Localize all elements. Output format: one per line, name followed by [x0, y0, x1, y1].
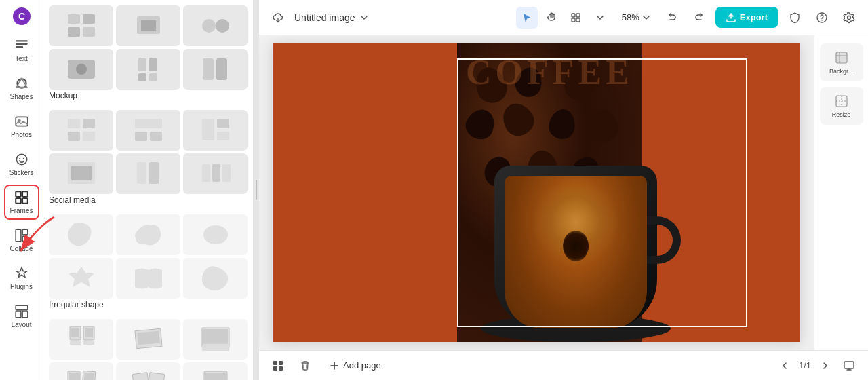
sidebar-item-text[interactable]: Text — [4, 33, 39, 68]
settings-button[interactable] — [838, 7, 860, 28]
delete-page-button[interactable] — [294, 355, 316, 377]
present-button[interactable] — [838, 355, 860, 377]
add-page-button[interactable]: Add page — [321, 356, 389, 375]
panel-scroll[interactable]: Mockup — [43, 0, 253, 380]
resize-panel-button[interactable]: Resize — [820, 87, 863, 125]
frame-item[interactable] — [49, 362, 113, 380]
undo-button[interactable] — [661, 7, 683, 28]
frame-item[interactable] — [116, 362, 180, 380]
frame-item[interactable] — [116, 258, 180, 299]
svg-rect-52 — [202, 164, 210, 182]
prev-page-button[interactable] — [777, 358, 793, 374]
frame-item[interactable] — [116, 153, 180, 194]
page-navigation: 1/1 — [777, 358, 833, 374]
frame-item[interactable] — [183, 362, 248, 380]
svg-rect-38 — [68, 119, 80, 128]
section-title-mockup: Mockup — [49, 90, 248, 102]
sidebar-item-shapes[interactable]: Shapes — [4, 71, 39, 106]
sidebar-item-frames[interactable]: Frames — [4, 185, 39, 220]
svg-point-29 — [216, 19, 229, 33]
svg-rect-34 — [138, 73, 146, 81]
frame-item[interactable] — [49, 110, 113, 151]
frame-item[interactable] — [183, 5, 248, 46]
thumbnail-view-button[interactable] — [267, 355, 289, 377]
layout-chevron-button[interactable] — [589, 7, 611, 28]
sidebar-item-plugins[interactable]: Plugins — [4, 261, 39, 296]
frame-item[interactable] — [49, 49, 113, 90]
svg-rect-14 — [16, 198, 21, 204]
sidebar-item-photos[interactable]: Photos — [4, 109, 39, 144]
main-area: Untitled image 58% — [259, 0, 868, 380]
canvas-area: Page 1 — [259, 35, 868, 350]
export-button[interactable]: Export — [715, 7, 778, 28]
title-chevron-icon — [359, 13, 369, 22]
frame-item[interactable] — [116, 214, 180, 255]
page-counter: 1/1 — [799, 360, 811, 370]
svg-rect-60 — [85, 328, 93, 337]
frame-item[interactable] — [49, 153, 113, 194]
resize-label: Resize — [832, 111, 851, 118]
frame-item[interactable] — [49, 214, 113, 255]
export-icon — [726, 13, 736, 22]
sidebar-item-layout[interactable]: Layout — [4, 299, 39, 334]
sidebar-label-stickers: Stickers — [9, 169, 34, 176]
svg-rect-24 — [68, 27, 80, 37]
svg-rect-61 — [83, 341, 94, 345]
svg-rect-63 — [137, 330, 159, 345]
frame-item[interactable] — [116, 49, 180, 90]
frame-item[interactable] — [116, 110, 180, 151]
frame-item[interactable] — [183, 258, 248, 299]
svg-rect-70 — [83, 372, 94, 380]
svg-rect-4 — [16, 46, 23, 48]
hand-tool-button[interactable] — [540, 7, 562, 28]
frame-item[interactable] — [183, 110, 248, 151]
frame-item[interactable] — [49, 258, 113, 299]
frame-item[interactable] — [49, 5, 113, 46]
svg-rect-49 — [71, 166, 92, 180]
svg-rect-27 — [141, 20, 156, 31]
bottom-bar: Add page 1/1 — [259, 350, 868, 380]
frame-item[interactable] — [183, 49, 248, 90]
select-tool-button[interactable] — [516, 7, 538, 28]
panel-section-polaroids: Polaroids and photo f... — [49, 319, 248, 380]
app-logo[interactable]: C — [11, 5, 33, 27]
redo-button[interactable] — [688, 7, 710, 28]
canvas-wrapper[interactable]: Page 1 — [259, 35, 814, 350]
layout-tool-button[interactable] — [565, 7, 587, 28]
svg-rect-40 — [68, 132, 80, 141]
section-title-irregular: Irregular shape — [49, 299, 248, 311]
canvas-text-overlay: COFFEE — [457, 52, 642, 92]
cloud-save-button[interactable] — [267, 7, 289, 28]
svg-rect-39 — [83, 119, 95, 128]
svg-rect-23 — [83, 14, 95, 24]
shield-button[interactable] — [784, 7, 806, 28]
title-text: Untitled image — [294, 12, 355, 23]
sidebar-label-collage: Collage — [10, 245, 33, 252]
add-page-label: Add page — [343, 360, 381, 370]
help-button[interactable] — [811, 7, 833, 28]
panel-resize-handle[interactable] — [254, 0, 259, 380]
svg-rect-25 — [83, 27, 95, 37]
svg-point-31 — [76, 64, 87, 75]
zoom-control[interactable]: 58% — [616, 10, 656, 25]
svg-rect-43 — [135, 132, 147, 141]
frame-item[interactable] — [49, 319, 113, 360]
next-page-button[interactable] — [816, 358, 833, 374]
section-title-social: Social media — [49, 194, 248, 206]
document-title[interactable]: Untitled image — [294, 12, 369, 23]
frame-item[interactable] — [183, 319, 248, 360]
export-label: Export — [740, 12, 768, 22]
frame-item[interactable] — [183, 214, 248, 255]
svg-rect-72 — [147, 372, 165, 380]
frame-item[interactable] — [116, 5, 180, 46]
background-panel-button[interactable]: Backgr... — [820, 43, 863, 81]
sidebar-item-collage[interactable]: Collage — [4, 223, 39, 258]
design-canvas[interactable]: COFFEE — [273, 43, 800, 342]
frame-item[interactable] — [116, 319, 180, 360]
sidebar-item-stickers[interactable]: Stickers — [4, 147, 39, 182]
svg-rect-2 — [16, 40, 28, 41]
frame-item[interactable] — [183, 153, 248, 194]
svg-rect-45 — [202, 119, 214, 140]
sidebar-label-frames: Frames — [10, 207, 33, 214]
svg-rect-22 — [68, 14, 80, 24]
